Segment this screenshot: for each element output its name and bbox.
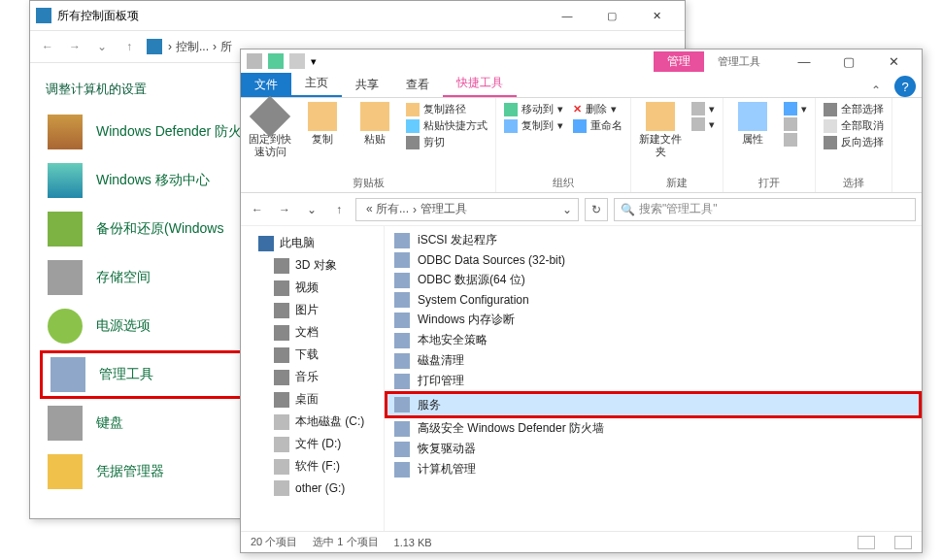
search-input[interactable]: 🔍 搜索"管理工具" [614, 198, 916, 221]
close-button[interactable]: ✕ [871, 54, 916, 69]
paste-shortcut-button[interactable]: 粘贴快捷方式 [406, 118, 488, 133]
nav-this-pc[interactable]: 此电脑 [241, 232, 384, 254]
back-arrow-icon[interactable]: ← [36, 40, 59, 53]
minimize-button[interactable]: — [545, 1, 589, 30]
tab-file[interactable]: 文件 [241, 73, 291, 97]
tab-shortcut-tools[interactable]: 快捷工具 [443, 71, 517, 97]
nav-drive[interactable]: 文件 (D:) [241, 433, 384, 455]
status-item-count: 20 个项目 [251, 535, 297, 549]
nav-folder[interactable]: 图片 [241, 299, 384, 321]
file-row[interactable]: ODBC Data Sources (32-bit) [385, 250, 922, 270]
nav-drive[interactable]: other (G:) [241, 478, 384, 499]
nav-folder[interactable]: 3D 对象 [241, 254, 384, 277]
copy-to-button[interactable]: 复制到▾ [504, 118, 563, 133]
folder-icon [274, 370, 289, 385]
qat-icon[interactable] [268, 53, 284, 69]
copy-button[interactable]: 复制 [301, 102, 344, 146]
cp-item-icon [48, 115, 83, 149]
copy-path-button[interactable]: 复制路径 [406, 102, 488, 116]
group-label: 打开 [731, 174, 807, 192]
breadcrumb-part[interactable]: 所 [220, 39, 232, 55]
file-row[interactable]: iSCSI 发起程序 [385, 230, 922, 250]
dropdown-arrow-icon[interactable]: ⌄ [90, 40, 114, 53]
address-path[interactable]: « 所有... › 管理工具 ⌄ [355, 198, 579, 221]
qat-icon[interactable] [289, 53, 305, 69]
file-row[interactable]: 磁盘清理 [385, 350, 922, 371]
file-row[interactable]: 本地安全策略 [385, 330, 922, 350]
help-icon[interactable]: ? [894, 76, 916, 97]
new-item-button[interactable]: ▾ [691, 102, 715, 115]
view-thumbnails-icon[interactable] [894, 536, 912, 549]
ribbon-group-open: 属性 ▾ 打开 [723, 98, 816, 192]
file-row[interactable]: 打印管理 [385, 371, 922, 391]
nav-drive[interactable]: 软件 (F:) [241, 455, 384, 478]
ribbon-group-new: 新建文件夹 ▾ ▾ 新建 [631, 98, 723, 192]
cp-item-icon [48, 260, 83, 295]
shortcut-icon [394, 333, 410, 348]
nav-drive[interactable]: 本地磁盘 (C:) [241, 411, 384, 433]
minimize-button[interactable]: — [782, 54, 826, 69]
move-to-button[interactable]: 移动到▾ [504, 102, 563, 116]
forward-button[interactable]: → [274, 203, 295, 216]
tab-home[interactable]: 主页 [291, 71, 342, 97]
maximize-button[interactable]: ▢ [589, 1, 634, 30]
cp-item-icon [48, 406, 83, 441]
nav-folder[interactable]: 下载 [241, 344, 384, 366]
select-none-button[interactable]: 全部取消 [824, 118, 884, 133]
file-row[interactable]: ODBC 数据源(64 位) [385, 270, 922, 290]
history-button[interactable] [784, 133, 807, 147]
qat-dropdown-icon[interactable]: ▾ [311, 55, 317, 68]
file-name: Windows 内存诊断 [418, 312, 515, 328]
tab-view[interactable]: 查看 [392, 73, 443, 97]
nav-folder[interactable]: 视频 [241, 277, 384, 299]
up-arrow-icon[interactable]: ↑ [118, 40, 141, 53]
cut-button[interactable]: 剪切 [406, 135, 488, 149]
edit-button[interactable] [784, 117, 807, 131]
easy-access-button[interactable]: ▾ [691, 117, 715, 131]
select-all-button[interactable]: 全部选择 [824, 102, 884, 116]
file-row[interactable]: 高级安全 Windows Defender 防火墙 [385, 418, 922, 439]
delete-button[interactable]: ✕删除▾ [573, 102, 622, 116]
up-button[interactable]: ↑ [328, 203, 350, 216]
new-folder-button[interactable]: 新建文件夹 [639, 102, 682, 158]
explorer-qat[interactable]: ▾ 管理 管理工具 — ▢ ✕ [241, 49, 922, 73]
path-segment[interactable]: 管理工具 [421, 201, 467, 217]
back-button[interactable]: ← [247, 203, 268, 216]
nav-folder[interactable]: 音乐 [241, 366, 384, 388]
breadcrumb-part[interactable]: › [168, 40, 172, 53]
file-row[interactable]: System Configuration [385, 290, 922, 310]
ribbon-collapse-icon[interactable]: ⌃ [863, 83, 889, 97]
navigation-pane[interactable]: 此电脑 3D 对象视频图片文档下载音乐桌面本地磁盘 (C:)文件 (D:)软件 … [241, 226, 385, 531]
shortcut-icon [394, 292, 410, 308]
folder-icon [274, 258, 289, 274]
tab-share[interactable]: 共享 [342, 73, 392, 97]
paste-button[interactable]: 粘贴 [353, 102, 396, 146]
file-row[interactable]: 服务 [385, 391, 922, 418]
nav-folder[interactable]: 桌面 [241, 388, 384, 411]
nav-folder[interactable]: 文档 [241, 321, 384, 344]
cp-titlebar[interactable]: 所有控制面板项 — ▢ ✕ [30, 1, 685, 30]
file-row[interactable]: 恢复驱动器 [385, 439, 922, 459]
properties-button[interactable]: 属性 [731, 102, 774, 146]
refresh-button[interactable]: ↻ [585, 198, 608, 221]
shortcut-icon [394, 374, 410, 389]
close-button[interactable]: ✕ [634, 1, 679, 30]
file-name: ODBC 数据源(64 位) [418, 272, 525, 288]
forward-arrow-icon[interactable]: → [63, 40, 86, 53]
maximize-button[interactable]: ▢ [826, 54, 871, 69]
breadcrumb-part[interactable]: 控制... [176, 39, 209, 55]
file-list[interactable]: iSCSI 发起程序ODBC Data Sources (32-bit)ODBC… [385, 226, 922, 531]
file-row[interactable]: 计算机管理 [385, 459, 922, 479]
path-dropdown-icon[interactable]: ⌄ [562, 203, 572, 216]
file-row[interactable]: Windows 内存诊断 [385, 310, 922, 330]
open-button[interactable]: ▾ [784, 102, 807, 115]
pin-quick-access-button[interactable]: 固定到快速访问 [249, 102, 291, 158]
view-details-icon[interactable] [858, 536, 875, 549]
recent-dropdown-icon[interactable]: ⌄ [301, 203, 322, 216]
path-segment[interactable]: « 所有... [366, 201, 409, 217]
rename-button[interactable]: 重命名 [573, 118, 622, 133]
drive-icon [274, 459, 289, 475]
invert-selection-button[interactable]: 反向选择 [824, 135, 884, 149]
ribbon: 固定到快速访问 复制 粘贴 复制路径 粘贴快捷方式 剪切 剪贴板 移动到▾ 复制… [241, 98, 922, 193]
file-name: 磁盘清理 [418, 352, 464, 369]
